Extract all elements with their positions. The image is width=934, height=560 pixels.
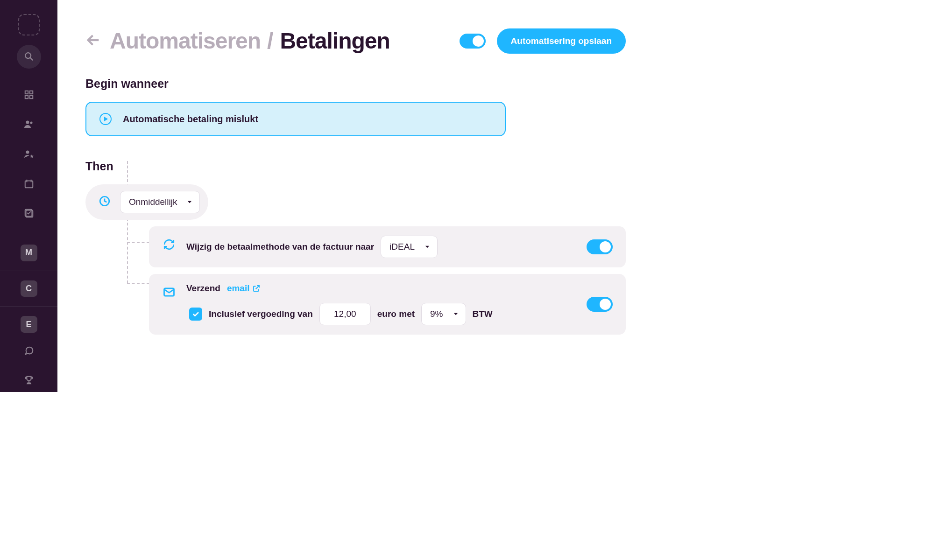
person-star-icon xyxy=(23,148,35,160)
email-link-label: email xyxy=(227,283,250,294)
chat-icon xyxy=(24,345,34,356)
fee-mid: euro met xyxy=(377,309,415,319)
breadcrumb-parent[interactable]: Automatiseren xyxy=(110,28,261,54)
connector-line xyxy=(127,242,149,243)
svg-rect-3 xyxy=(29,91,32,94)
clock-icon xyxy=(99,195,111,209)
sidebar-divider xyxy=(0,235,57,235)
svg-point-0 xyxy=(25,53,31,59)
workspace-badge-c[interactable]: C xyxy=(21,280,37,297)
nav-calendar[interactable] xyxy=(17,172,41,196)
svg-rect-5 xyxy=(29,96,32,98)
actions-column: Wijzig de betaalmethode van de factuur n… xyxy=(149,226,626,335)
chevron-down-icon xyxy=(453,311,459,317)
breadcrumb-current: Betalingen xyxy=(280,28,389,54)
main-content: Automatiseren / Betalingen Automatiserin… xyxy=(57,0,654,392)
nav-dashboard[interactable] xyxy=(17,83,41,107)
fee-prefix: Inclusief vergoeding van xyxy=(209,309,313,319)
dashboard-icon xyxy=(24,90,34,100)
chevron-down-icon xyxy=(424,244,431,250)
search-icon xyxy=(24,51,34,62)
calendar-icon xyxy=(24,179,34,189)
breadcrumb: Automatiseren / Betalingen xyxy=(85,28,390,54)
sidebar-divider xyxy=(0,271,57,271)
trophy-icon xyxy=(24,375,34,385)
payment-method-select[interactable]: iDEAL xyxy=(381,236,438,258)
workspace-badge-m[interactable]: M xyxy=(21,245,37,261)
back-button[interactable] xyxy=(85,32,103,50)
svg-rect-4 xyxy=(25,96,28,98)
nav-chat[interactable] xyxy=(17,338,41,363)
check-icon xyxy=(191,310,200,318)
section-label-then: Then xyxy=(85,160,626,173)
svg-rect-9 xyxy=(25,181,33,188)
section-label-begin: Begin wanneer xyxy=(85,77,626,91)
timing-select-value: Onmiddellijk xyxy=(129,197,177,207)
include-fee-checkbox[interactable] xyxy=(189,308,202,321)
vat-value: 9% xyxy=(430,309,443,319)
breadcrumb-separator: / xyxy=(267,28,273,54)
svg-line-1 xyxy=(30,58,33,61)
sidebar-divider xyxy=(0,306,57,307)
chevron-down-icon xyxy=(186,199,193,205)
arrow-left-icon xyxy=(85,32,101,48)
connector-line xyxy=(127,218,128,283)
members-icon xyxy=(23,119,35,130)
email-template-link[interactable]: email xyxy=(227,283,261,294)
fee-amount-input[interactable] xyxy=(319,303,371,325)
sidebar-app-placeholder-icon[interactable] xyxy=(18,14,40,35)
fee-suffix: BTW xyxy=(473,309,493,319)
svg-rect-2 xyxy=(25,91,28,94)
action-change-payment-method: Wijzig de betaalmethode van de factuur n… xyxy=(149,226,626,267)
action1-label: Wijzig de betaalmethode van de factuur n… xyxy=(186,242,374,252)
header-actions: Automatisering opslaan xyxy=(460,28,626,54)
connector-line xyxy=(127,283,149,284)
payment-method-value: iDEAL xyxy=(389,242,415,252)
checklist-icon xyxy=(24,208,34,218)
nav-achievements[interactable] xyxy=(17,368,41,392)
action1-toggle[interactable] xyxy=(587,239,613,254)
action2-prefix: Verzend xyxy=(186,283,220,294)
timing-group: Onmiddellijk xyxy=(85,184,208,220)
trigger-card[interactable]: Automatische betaling mislukt xyxy=(85,102,506,136)
workspace-badge-e[interactable]: E xyxy=(21,316,37,333)
mail-icon xyxy=(162,285,176,299)
sidebar: M C E xyxy=(0,0,57,392)
trigger-label: Automatische betaling mislukt xyxy=(123,114,258,125)
action2-toggle[interactable] xyxy=(587,297,613,312)
vat-select[interactable]: 9% xyxy=(421,303,466,325)
external-link-icon xyxy=(252,284,261,293)
svg-point-7 xyxy=(30,122,32,124)
svg-point-6 xyxy=(26,121,29,124)
automation-enabled-toggle[interactable] xyxy=(460,34,486,49)
action-send-email: Verzend email Inclusief vergoeding van e… xyxy=(149,274,626,335)
play-icon xyxy=(99,113,112,125)
flow-container: Onmiddellijk Wijzig de betaalmethode van… xyxy=(85,184,626,335)
nav-tasks[interactable] xyxy=(17,201,41,225)
search-button[interactable] xyxy=(17,45,41,69)
svg-point-8 xyxy=(26,151,29,154)
sync-icon xyxy=(162,238,176,252)
save-button[interactable]: Automatisering opslaan xyxy=(497,28,626,54)
nav-staff[interactable] xyxy=(17,142,41,166)
timing-select[interactable]: Onmiddellijk xyxy=(120,191,200,213)
nav-members[interactable] xyxy=(17,112,41,137)
page-header: Automatiseren / Betalingen Automatiserin… xyxy=(85,28,626,54)
